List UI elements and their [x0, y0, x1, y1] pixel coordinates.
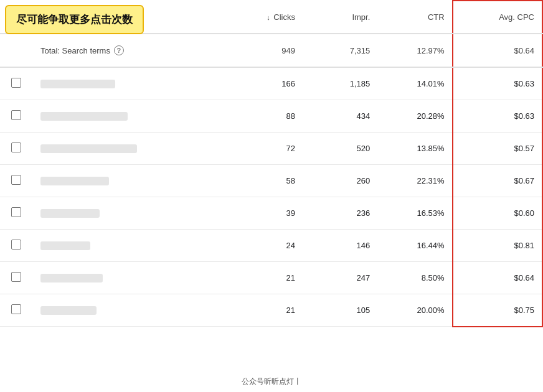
watermark: 公众号昕昕点灯丨	[242, 376, 301, 387]
total-row: Total: Search terms ? 949 7,315 12.97% $…	[0, 34, 542, 67]
checkbox[interactable]	[11, 110, 21, 120]
watermark-text: 公众号昕昕点灯丨	[242, 377, 301, 386]
table-row: 7252013.85%$0.57	[0, 133, 542, 165]
col-header-clicks[interactable]: ↓ Clicks	[228, 1, 303, 34]
ctr-cell: 20.00%	[377, 294, 452, 327]
avg-cpc-cell: $0.57	[453, 133, 542, 165]
clicks-cell: 166	[228, 67, 303, 100]
ctr-cell: 14.01%	[377, 67, 452, 100]
keyword-cell	[33, 100, 228, 133]
checkbox[interactable]	[11, 78, 21, 88]
avg-cpc-cell: $0.63	[453, 67, 542, 100]
row-checkbox-cell[interactable]	[0, 230, 33, 262]
table-row: 3923616.53%$0.60	[0, 197, 542, 230]
total-ctr: 12.97%	[377, 34, 452, 67]
clicks-cell: 21	[228, 262, 303, 294]
search-terms-table: ↓ Clicks Impr. CTR Avg. CPC	[0, 0, 543, 327]
total-label-cell: Total: Search terms ?	[33, 34, 228, 67]
table-row: 8843420.28%$0.63	[0, 100, 542, 133]
main-container: 尽可能争取更多点击次数 ↓ Clicks Impr.	[0, 0, 543, 392]
checkbox[interactable]	[11, 240, 21, 250]
avg-cpc-cell: $0.75	[453, 294, 542, 327]
keyword-cell	[33, 133, 228, 165]
table-row: 2414616.44%$0.81	[0, 230, 542, 262]
keyword-cell	[33, 230, 228, 262]
clicks-cell: 58	[228, 165, 303, 197]
col-header-ctr[interactable]: CTR	[377, 1, 452, 34]
impr-cell: 247	[303, 262, 377, 294]
clicks-cell: 88	[228, 100, 303, 133]
row-checkbox-cell[interactable]	[0, 165, 33, 197]
avg-cpc-cell: $0.64	[453, 262, 542, 294]
impr-cell: 434	[303, 100, 377, 133]
clicks-cell: 21	[228, 294, 303, 327]
table-row: 1661,18514.01%$0.63	[0, 67, 542, 100]
row-checkbox-cell[interactable]	[0, 294, 33, 327]
sort-arrow-icon: ↓	[267, 14, 270, 21]
keyword-cell	[33, 262, 228, 294]
checkbox[interactable]	[11, 272, 21, 282]
info-icon[interactable]: ?	[114, 45, 124, 55]
impr-cell: 520	[303, 133, 377, 165]
total-clicks: 949	[228, 34, 303, 67]
checkbox[interactable]	[11, 175, 21, 185]
table-row: 5826022.31%$0.67	[0, 165, 542, 197]
avg-cpc-cell: $0.81	[453, 230, 542, 262]
col-header-impr[interactable]: Impr.	[303, 1, 377, 34]
highlight-text: 尽可能争取更多点击次数	[16, 14, 133, 26]
ctr-cell: 8.50%	[377, 262, 452, 294]
impr-cell: 236	[303, 197, 377, 230]
total-impr: 7,315	[303, 34, 377, 67]
row-checkbox-cell[interactable]	[0, 133, 33, 165]
table-row: 2110520.00%$0.75	[0, 294, 542, 327]
impr-cell: 260	[303, 165, 377, 197]
avg-cpc-cell: $0.63	[453, 100, 542, 133]
avg-cpc-cell: $0.60	[453, 197, 542, 230]
row-checkbox-cell[interactable]	[0, 67, 33, 100]
keyword-cell	[33, 294, 228, 327]
total-checkbox-cell	[0, 34, 33, 67]
clicks-cell: 39	[228, 197, 303, 230]
checkbox[interactable]	[11, 207, 21, 217]
ctr-cell: 16.53%	[377, 197, 452, 230]
keyword-cell	[33, 197, 228, 230]
checkbox[interactable]	[11, 304, 21, 314]
row-checkbox-cell[interactable]	[0, 197, 33, 230]
table-row: 212478.50%$0.64	[0, 262, 542, 294]
checkbox[interactable]	[11, 142, 21, 152]
highlight-box: 尽可能争取更多点击次数	[5, 5, 144, 34]
keyword-cell	[33, 165, 228, 197]
ctr-cell: 20.28%	[377, 100, 452, 133]
row-checkbox-cell[interactable]	[0, 262, 33, 294]
impr-cell: 1,185	[303, 67, 377, 100]
ctr-cell: 22.31%	[377, 165, 452, 197]
keyword-cell	[33, 67, 228, 100]
impr-cell: 146	[303, 230, 377, 262]
clicks-cell: 24	[228, 230, 303, 262]
ctr-cell: 16.44%	[377, 230, 452, 262]
col-header-avg-cpc[interactable]: Avg. CPC	[453, 1, 542, 34]
row-checkbox-cell[interactable]	[0, 100, 33, 133]
avg-cpc-cell: $0.67	[453, 165, 542, 197]
ctr-cell: 13.85%	[377, 133, 452, 165]
clicks-cell: 72	[228, 133, 303, 165]
total-avg-cpc: $0.64	[453, 34, 542, 67]
impr-cell: 105	[303, 294, 377, 327]
